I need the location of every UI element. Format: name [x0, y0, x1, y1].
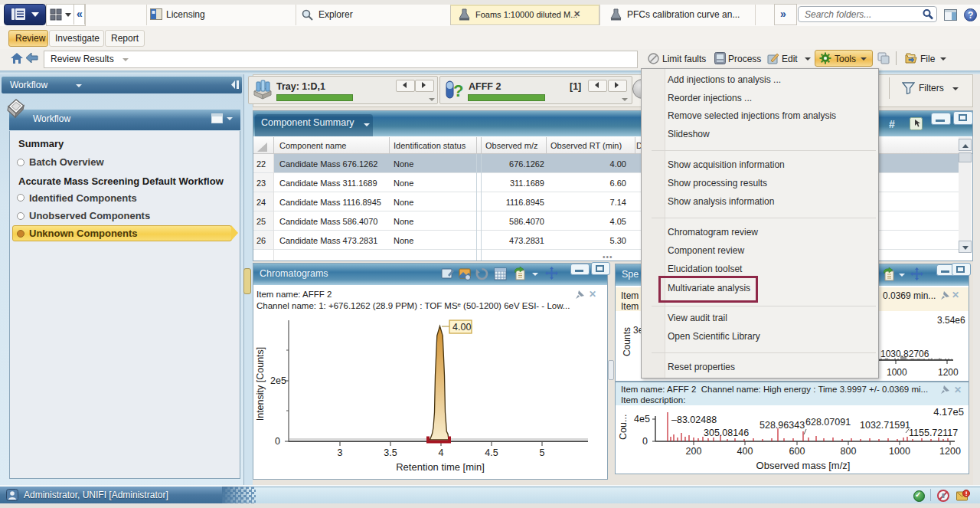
- svg-text:Retention time [min]: Retention time [min]: [396, 461, 485, 473]
- svg-text:400: 400: [737, 446, 753, 457]
- svg-text:1000: 1000: [889, 446, 910, 457]
- svg-text:0: 0: [275, 436, 280, 447]
- svg-text:5: 5: [540, 447, 545, 458]
- svg-text:4: 4: [439, 447, 444, 458]
- svg-text:3.5: 3.5: [384, 447, 397, 458]
- svg-text:0: 0: [642, 436, 648, 447]
- svg-text:Cou...: Cou...: [618, 415, 629, 440]
- svg-text:800: 800: [841, 446, 857, 457]
- svg-text:4.17e5: 4.17e5: [933, 406, 964, 418]
- svg-text:–83.02488: –83.02488: [671, 415, 717, 425]
- svg-text:1200: 1200: [939, 446, 961, 457]
- svg-text:305.08146: 305.08146: [704, 428, 749, 438]
- svg-text:4.5: 4.5: [485, 447, 498, 458]
- svg-text:1155.72117: 1155.72117: [909, 428, 958, 438]
- svg-text:1032.71591: 1032.71591: [860, 420, 910, 431]
- svg-text:528.96343: 528.96343: [760, 420, 805, 431]
- svg-text:200: 200: [686, 446, 702, 457]
- svg-text:4.00: 4.00: [452, 322, 471, 333]
- svg-text:Observed mass [m/z]: Observed mass [m/z]: [756, 460, 851, 471]
- svg-text:3: 3: [338, 447, 343, 458]
- svg-text:2e5: 2e5: [270, 375, 286, 386]
- svg-text:4e5: 4e5: [634, 414, 650, 424]
- svg-text:?: ?: [453, 81, 463, 100]
- svg-text:600: 600: [789, 446, 805, 457]
- svg-text:Intensity [Counts]: Intensity [Counts]: [255, 347, 266, 421]
- svg-text:628.07091: 628.07091: [805, 417, 851, 428]
